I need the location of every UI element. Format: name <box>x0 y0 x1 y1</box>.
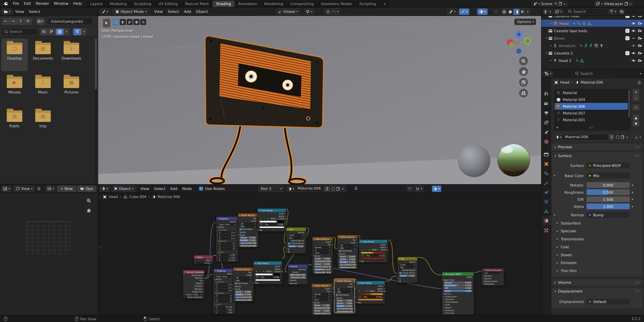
socket-in-vector[interactable] <box>311 301 312 303</box>
socket-in-b[interactable] <box>286 251 287 252</box>
tool-transform[interactable] <box>140 19 146 25</box>
visibility-dropdown[interactable]: ▾ <box>447 9 458 15</box>
workspace-tab-sculpting[interactable]: Sculpting <box>130 1 155 8</box>
material-name-field[interactable]: Material.006 <box>563 134 608 140</box>
socket-out-alpha[interactable] <box>281 268 283 270</box>
properties-tab-world[interactable] <box>542 137 551 146</box>
ne-material-name[interactable]: Material.006 <box>296 186 323 191</box>
socket-out-color[interactable] <box>354 286 356 287</box>
panel-grip[interactable] <box>635 281 640 283</box>
node-field-distance[interactable]: Distance1.000 <box>290 276 306 279</box>
properties-options-dropdown[interactable]: ▾ <box>640 72 641 75</box>
display-thumbnails-button[interactable] <box>56 28 64 35</box>
node-matout[interactable]: ▾Material OutputAll▾SurfaceVolumeDisplac… <box>482 268 504 286</box>
socket-in-fac[interactable] <box>358 260 360 262</box>
node-wave2[interactable]: ▾Wave TextureColorFacBands▾Z▾Sine▾Vector… <box>311 283 332 315</box>
normal-input[interactable]: Bump <box>586 212 630 218</box>
socket-out-bsdf[interactable] <box>473 276 474 278</box>
slot-move-up-button[interactable]: ▲ <box>633 115 639 121</box>
viewlayer-name[interactable]: ViewLayer <box>604 2 623 6</box>
material-slot-material-007[interactable]: Material.007 <box>555 110 628 117</box>
transform-orientation-dropdown[interactable]: Global▾ <box>276 9 300 15</box>
socket-out-value[interactable] <box>212 259 214 261</box>
shader-editor[interactable]: ▾Texture CoordinateGeneratedNormalUVObje… <box>98 185 542 315</box>
toolbar-collapse-arrow[interactable]: ‹ <box>99 117 101 121</box>
outliner-row-head-2[interactable]: ▸Head 2↳ <box>542 57 644 64</box>
node-select[interactable]: Color▾ <box>399 263 416 266</box>
outliner-search-input[interactable]: Search <box>566 9 606 15</box>
folder-music[interactable]: ♪Music <box>30 73 56 105</box>
node-field-detail-rou-[interactable]: Detail Rou..0.500 <box>314 268 331 271</box>
scene-name[interactable]: Scene <box>541 2 552 6</box>
node-mix1[interactable]: ▾MixResultColor▾Mix▾Clamp Result✓Clamp F… <box>286 227 306 253</box>
socket-in-vector[interactable] <box>213 278 214 280</box>
node-field-detail-scale[interactable]: Detail Scale1.000 <box>314 266 331 268</box>
node-value[interactable]: ▾ValueValue8.000 <box>194 255 213 265</box>
fb-menu-select[interactable]: Select <box>26 9 43 14</box>
node-select[interactable]: All▾ <box>484 272 502 274</box>
ie-image-browse[interactable]: ▾ <box>46 185 56 192</box>
display-list-vertical-button[interactable] <box>40 28 48 35</box>
socket-out-normal[interactable] <box>204 277 205 278</box>
ne-toolbar-collapse-arrow[interactable]: ‹ <box>99 245 101 250</box>
socket-out-color[interactable] <box>281 265 283 267</box>
socket-out-fac[interactable] <box>331 290 333 292</box>
workspace-tab-layout[interactable]: Layout <box>87 1 106 8</box>
socket-out-normal[interactable] <box>307 268 308 270</box>
menu-render[interactable]: Render <box>33 1 51 6</box>
refresh-button[interactable]: ⟳ <box>24 18 32 25</box>
node-field-z[interactable]: Z0 m <box>215 289 234 291</box>
socket-out-color[interactable] <box>332 241 334 243</box>
node-field-scale[interactable]: Scale3.600 <box>314 257 331 260</box>
node-checkbox[interactable] <box>399 269 401 271</box>
socket-in-base color[interactable] <box>441 279 443 280</box>
outliner-row-cassete-tape-body[interactable]: Cassete tape body✓ <box>542 27 644 34</box>
node-field-detail-scale[interactable]: Detail Scale1.000 <box>313 312 330 315</box>
slot-list-grip[interactable] <box>589 127 594 129</box>
node-field-lacunarity[interactable]: Lacunarity2.000 <box>336 307 353 310</box>
unlink-material-icon[interactable]: × <box>624 135 630 139</box>
node-noise2[interactable]: ▾Noise TextureFacColor3D▾fBM▾✓NormalizeV… <box>233 267 254 302</box>
folder-desktop[interactable]: ▢Desktop <box>1 39 28 71</box>
surface-input[interactable]: Principled BSDF <box>586 163 630 168</box>
socket-out-fac[interactable] <box>354 283 356 284</box>
fb-menu-view[interactable]: View <box>13 9 26 14</box>
socket-out-reflection[interactable] <box>204 291 205 292</box>
node-field-x[interactable]: X1.000 <box>218 254 236 256</box>
vp-menu-object[interactable]: Object <box>194 9 210 14</box>
node-field-y[interactable]: Y0° <box>215 297 234 300</box>
node-field-distortion[interactable]: Distortion0.000 <box>339 266 356 269</box>
node-select[interactable]: 3D▾ <box>339 244 356 246</box>
use-nodes-checkbox[interactable]: ✓ <box>199 187 203 191</box>
ie-pan-button[interactable] <box>84 206 93 214</box>
node-bsdf[interactable]: ▾Principled BSDFBSDFBase ColorMetallic0.… <box>442 272 474 315</box>
exclude-checkbox[interactable]: ✓ <box>626 36 630 40</box>
node-field-scale[interactable]: Scale5.000 <box>336 299 353 302</box>
editor-type-file-browser[interactable]: ▾ <box>1 9 13 15</box>
socket-out-alpha[interactable] <box>285 215 287 217</box>
node-noise1[interactable]: ▾Noise TextureFacColor3D▾fBM▾✓NormalizeV… <box>238 213 258 247</box>
properties-tab-physics[interactable] <box>542 188 551 196</box>
material-slot-material-001[interactable]: Material.001 <box>555 117 628 123</box>
node-select[interactable]: Sine▾ <box>313 298 330 301</box>
subpanel-transmission[interactable]: ▸Transmission <box>557 236 638 242</box>
colorramp-gradient[interactable] <box>259 221 284 223</box>
node-field-z[interactable]: Z0° <box>218 248 236 250</box>
panel-grip[interactable] <box>635 155 640 157</box>
material-specials-dropdown[interactable]: ▾ <box>633 105 639 110</box>
preview-panel[interactable]: ▸Preview <box>552 143 643 151</box>
displacement-panel[interactable]: ▾Displacement Displacement Default <box>552 287 643 308</box>
socket-in-vector[interactable] <box>334 297 335 298</box>
ne-unlink-material-icon[interactable]: × <box>340 187 346 191</box>
perspective-toggle-button[interactable] <box>519 89 528 98</box>
vp-menu-add[interactable]: Add <box>182 9 194 14</box>
ior-slider[interactable]: 1.500 <box>586 196 630 202</box>
node-field-z[interactable]: Z30.000 <box>218 259 236 261</box>
node-field-z[interactable]: Z0 m <box>218 237 236 239</box>
node-field-factor[interactable]: Factor0.500 <box>399 274 416 277</box>
properties-tab-particles[interactable] <box>542 179 551 187</box>
workspace-tab-compositing[interactable]: Compositing <box>287 1 317 8</box>
menu-window[interactable]: Window <box>52 1 71 6</box>
pin-icon[interactable] <box>554 2 557 6</box>
socket-out-uv[interactable] <box>204 280 205 281</box>
